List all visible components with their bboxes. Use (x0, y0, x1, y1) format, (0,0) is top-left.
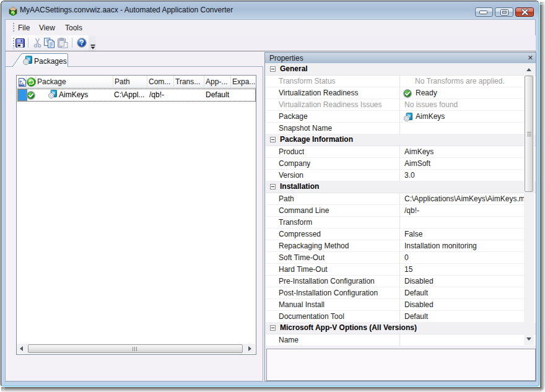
svg-text:?: ? (79, 38, 84, 47)
